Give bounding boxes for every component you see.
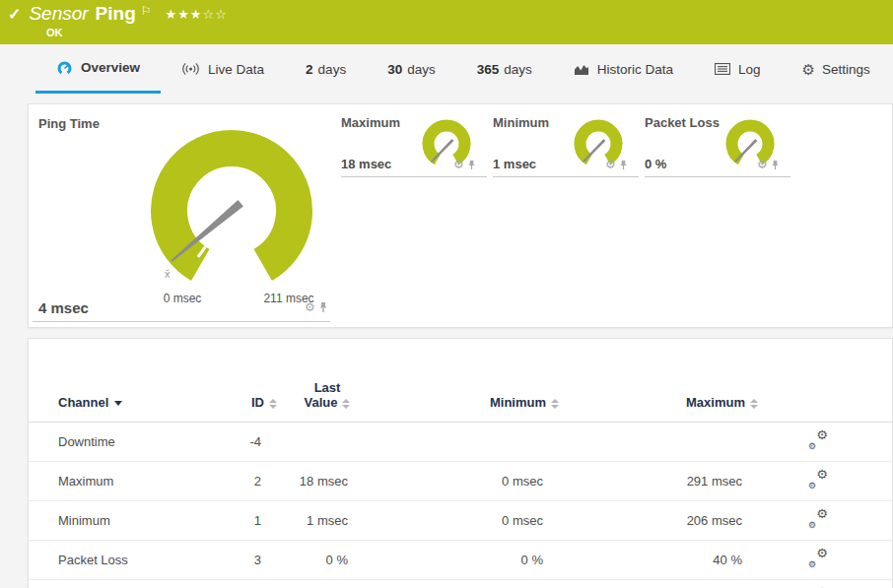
channel-id: 3 [236,541,287,580]
table-header-row: Channel ID LastValue Minimum Maximum [29,339,893,423]
flag-icon[interactable]: ⚐ [141,4,152,18]
sensor-header: ✓ Sensor Ping ⚐ ★★★☆☆ OK [0,0,893,44]
priority-stars[interactable]: ★★★☆☆ [166,7,228,22]
gauge-controls: ⚙ [757,159,780,170]
channel-id: 1 [236,501,287,541]
stars-empty: ☆☆ [203,7,228,22]
channel-maximum: 206 msec [569,501,768,541]
divider [341,176,487,177]
channel-id: -4 [236,423,287,462]
gauge-controls: ⚙ [453,159,476,170]
tab-label: days [504,62,532,77]
channel-last-value: 18 msec [287,462,374,501]
channels-table: Channel ID LastValue Minimum Maximum Dow… [29,339,893,588]
tab-label: Overview [81,60,140,75]
pin-icon[interactable] [619,160,628,170]
gear-icon[interactable]: ⚙ [305,301,315,313]
tab-30-days[interactable]: 30 days [367,44,456,94]
sensor-name: Ping [96,3,136,25]
divider [645,176,790,177]
channel-minimum: 0 msec [374,580,569,588]
tab-label: Live Data [208,62,264,77]
table-row-maximum[interactable]: Maximum 2 18 msec 0 msec 291 msec ⚙⚙ [29,462,893,501]
channel-minimum: 0 % [374,541,569,580]
channel-maximum: 211 msec [569,580,768,588]
ping-time-gauge [133,117,330,314]
mini-gauge-value: 0 % [645,157,666,171]
table-row-minimum[interactable]: Minimum 1 1 msec 0 msec 206 msec ⚙⚙ [29,501,893,541]
gear-icon: ⚙ [802,62,815,77]
tab-settings[interactable]: ⚙ Settings [782,44,891,94]
mini-gauge-title: Packet Loss [645,115,720,130]
pin-icon[interactable] [771,160,780,170]
main-gauge-title: Ping Time [38,116,100,131]
divider [493,176,639,177]
live-broadcast-icon [181,62,200,76]
divider [33,321,330,322]
average-marker: x̄ [165,268,171,280]
channel-last-value: 1 msec [287,501,374,541]
channel-settings-icon[interactable]: ⚙⚙ [808,510,828,528]
table-row-downtime[interactable]: Downtime -4 ⚙⚙ [29,423,893,462]
check-icon: ✓ [8,5,21,24]
channels-panel: Channel ID LastValue Minimum Maximum Dow… [28,338,893,588]
tab-label: Log [738,62,761,77]
sort-icon [342,399,350,409]
channel-id: 0 [236,580,287,588]
channel-last-value: 4 msec [287,580,374,588]
channel-name[interactable]: Minimum [29,501,236,541]
column-header-last-value[interactable]: LastValue [287,339,374,423]
pin-icon[interactable] [467,160,476,170]
channel-maximum: 291 msec [569,462,768,501]
stars-filled: ★★★ [166,7,203,22]
gauge-icon [56,60,73,76]
mini-gauge-title: Minimum [493,115,549,130]
tab-historic-data[interactable]: Historic Data [553,44,694,94]
tab-number: 2 [306,62,313,77]
sort-icon [750,399,758,409]
tab-365-days[interactable]: 365 days [456,44,553,94]
gear-icon[interactable]: ⚙ [453,159,464,170]
column-header-channel[interactable]: Channel [29,339,236,423]
sensor-type-label: Sensor [29,3,88,25]
tab-2-days[interactable]: 2 days [285,44,367,94]
column-header-actions [768,339,893,423]
sort-icon [551,399,559,409]
area-chart-icon [574,63,589,76]
gear-icon[interactable]: ⚙ [757,159,768,170]
channel-minimum: 0 msec [374,501,569,541]
tab-log[interactable]: Log [694,44,782,94]
status-badge: OK [46,27,63,38]
channel-name[interactable]: Downtime [29,423,236,462]
channel-minimum [374,423,569,462]
sort-icon [269,399,277,409]
tab-bar: Overview Live Data 2 days 30 days 365 da… [0,44,893,94]
channel-settings-icon[interactable]: ⚙⚙ [808,431,828,449]
channel-settings-icon[interactable]: ⚙⚙ [808,550,828,567]
table-row-ping-time[interactable]: Ping Time 0 4 msec 0 msec 211 msec ⚙⚙ [29,580,893,588]
mini-gauge-packet-loss: Packet Loss 0 % ⚙ [645,111,790,182]
column-header-minimum[interactable]: Minimum [374,339,569,423]
tab-label: days [318,62,347,77]
channel-name[interactable]: Packet Loss [29,541,236,580]
tab-label: days [407,62,436,77]
tab-overview[interactable]: Overview [35,44,161,94]
column-header-maximum[interactable]: Maximum [569,339,768,423]
column-header-id[interactable]: ID [236,339,287,423]
sensor-title-row: ✓ Sensor Ping ⚐ ★★★☆☆ [8,3,228,25]
channel-settings-icon[interactable]: ⚙⚙ [808,471,828,489]
tab-live-data[interactable]: Live Data [161,44,285,94]
channel-name[interactable]: Maximum [29,462,236,501]
mini-gauge-minimum: Minimum 1 msec ⚙ [493,111,639,182]
gear-icon[interactable]: ⚙ [605,159,616,170]
mini-gauge-value: 1 msec [493,157,536,171]
gauge-scale-min: 0 msec [153,292,212,305]
channel-last-value: 0 % [287,541,374,580]
log-list-icon [715,63,730,75]
mini-gauge-maximum: Maximum 18 msec ⚙ [341,111,487,182]
ping-time-value: 4 msec [38,299,89,316]
table-row-packet-loss[interactable]: Packet Loss 3 0 % 0 % 40 % ⚙⚙ [29,541,893,580]
pin-icon[interactable] [318,301,328,313]
channel-name[interactable]: Ping Time [29,580,236,588]
gauges-panel: Ping Time x̄ 0 msec 211 msec 4 msec ⚙ Ma… [28,103,893,328]
